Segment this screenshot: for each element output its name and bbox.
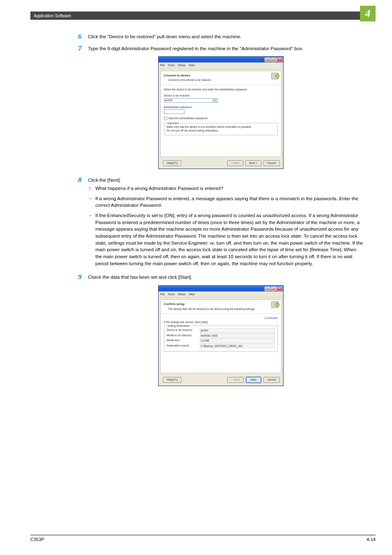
step-7-text: Type the 8-digit Administrator Password … [88, 45, 363, 53]
arrow-icon: → [88, 213, 92, 218]
button-bar: Help(F1) < Back Start Cancel [159, 374, 283, 386]
label-device: Device to be restored: [167, 328, 200, 333]
setting-info-legend: Setting information [167, 324, 191, 328]
step-9-number: 9 [78, 273, 88, 281]
dialog-connect: File Tools Setup Help Connect to device … [158, 56, 284, 169]
important-box: Important Make sure that the device is i… [164, 123, 278, 136]
label-source: Restoration source: [167, 344, 200, 348]
menu-file[interactable]: File [160, 64, 165, 67]
value-media: NVRAM, HDD [200, 333, 275, 338]
footer-right: 4-14 [367, 537, 376, 542]
row-media: Media to be restored: NVRAM, HDD [167, 333, 275, 338]
titlebar [159, 57, 283, 62]
password-input[interactable] [164, 109, 184, 114]
pw-label: Administrator password: [164, 105, 278, 109]
step-6-text: Click the "Device to be restored" pull-d… [88, 33, 363, 41]
back-button[interactable]: < Back [227, 160, 244, 166]
help-button[interactable]: Help(F1) [163, 160, 182, 166]
dialog-subtitle: Connect to the device to be restored. [168, 78, 278, 82]
menubar: File Tools Setup Help [159, 62, 283, 69]
step-8-sublist: ? What happens if a wrong Administrator … [88, 185, 363, 267]
dialog-confirm: File Tools Setup Help Confirm setup The … [158, 285, 284, 386]
step-8-number: 8 [78, 176, 88, 269]
menu-setup[interactable]: Setup [178, 64, 185, 67]
step-8-answer1: → If a wrong Administrator Password is e… [88, 195, 363, 209]
save-pw-row: Save the administrator password. [164, 116, 278, 120]
step-8: 8 Click the [Next]. ? What happens if a … [78, 176, 363, 269]
step-8-question: ? What happens if a wrong Administrator … [88, 185, 363, 193]
important-legend: Important [167, 121, 180, 125]
step-8-q-text: What happens if a wrong Administrator Pa… [95, 185, 223, 193]
chevron-down-icon[interactable]: ▼ [213, 99, 217, 102]
step-8-a1-text: If a wrong Administrator Password is ent… [95, 195, 363, 209]
header-bar: Application Software [30, 12, 376, 20]
dialog-body: Confirm setup The backup files will be r… [160, 299, 281, 373]
row-device: Device to be restored: printer [167, 328, 275, 333]
save-pw-checkbox[interactable] [164, 117, 167, 120]
minimize-icon[interactable] [265, 58, 270, 62]
minimize-icon[interactable] [265, 287, 270, 291]
back-button[interactable]: < Back [227, 377, 244, 383]
cancel-button[interactable]: Cancel [263, 160, 280, 166]
dialog-title: Confirm setup [164, 302, 278, 307]
menu-file[interactable]: File [160, 293, 165, 296]
value-size: 2.0 MB [200, 338, 275, 343]
instruction: If the settings are correct, click [Star… [164, 320, 278, 324]
step-9-text: Check the data that has been set and cli… [88, 273, 363, 281]
value-source: C:\Backup_20070529_105031_001 [200, 344, 275, 348]
close-icon[interactable] [277, 58, 283, 62]
menu-help[interactable]: Help [189, 64, 194, 67]
important-line2: Do not turn off the device during restor… [167, 129, 275, 132]
menubar: File Tools Setup Help [159, 291, 283, 298]
label-size: Media size: [167, 338, 200, 343]
printer-icon [271, 301, 279, 308]
step-9: 9 Check the data that has been set and c… [78, 273, 363, 281]
step-7-number: 7 [78, 45, 88, 53]
dialog-subtitle: The backup files will be restored to the… [168, 307, 278, 311]
step-8-a2-text: If the EnhancedSecurity is set to [ON], … [95, 212, 363, 267]
step-6: 6 Click the "Device to be restored" pull… [78, 33, 363, 41]
important-line1: Make sure that the device is in a condit… [167, 125, 275, 129]
button-bar: Help(F1) < Back Next > Cancel [159, 158, 283, 169]
dialog-connect-wrap: File Tools Setup Help Connect to device … [78, 56, 363, 169]
setting-info-box: Setting information Device to be restore… [164, 326, 278, 352]
start-button[interactable]: Start [246, 377, 261, 383]
cancel-button[interactable]: Cancel [263, 377, 280, 383]
step-6-number: 6 [78, 33, 88, 41]
chapter-tab: 4 [360, 6, 376, 21]
printer-icon [271, 73, 279, 79]
menu-tools[interactable]: Tools [168, 64, 175, 67]
save-pw-label: Save the administrator password. [168, 117, 208, 120]
device-value: printer [165, 98, 173, 102]
help-button[interactable]: Help(F1) [163, 377, 182, 383]
instruction: Select the device to be restored, and en… [164, 88, 278, 91]
maximize-icon[interactable] [271, 287, 277, 291]
question-icon: ? [88, 186, 92, 192]
step-8-text: Click the [Next]. [88, 177, 363, 184]
menu-setup[interactable]: Setup [178, 293, 185, 296]
dialog-confirm-wrap: File Tools Setup Help Confirm setup The … [78, 285, 363, 386]
chapter-number: 4 [365, 7, 371, 20]
step-8-answer2: → If the EnhancedSecurity is set to [ON]… [88, 212, 363, 267]
step-7: 7 Type the 8-digit Administrator Passwor… [78, 45, 363, 53]
device-label: Device to be restored: [164, 94, 278, 97]
footer: C353P 4-14 [30, 535, 376, 542]
next-button[interactable]: Next > [245, 160, 261, 166]
content-area: 6 Click the "Device to be restored" pull… [78, 33, 363, 393]
footer-left: C353P [30, 537, 44, 542]
menu-tools[interactable]: Tools [168, 293, 175, 296]
dialog-body: Connect to device Connect to the device … [160, 71, 281, 157]
row-size: Media size: 2.0 MB [167, 338, 275, 343]
maximize-icon[interactable] [271, 58, 277, 62]
row-source: Restoration source: C:\Backup_20070529_1… [167, 344, 275, 348]
connected-status: Connected [164, 316, 278, 320]
step-8-body: Click the [Next]. ? What happens if a wr… [88, 176, 363, 269]
menu-help[interactable]: Help [189, 293, 194, 296]
dialog-title: Connect to device [164, 74, 278, 78]
label-media: Media to be restored: [167, 333, 200, 338]
header-section: Application Software [34, 14, 71, 18]
close-icon[interactable] [277, 287, 283, 291]
arrow-icon: → [88, 196, 92, 201]
device-combo[interactable]: printer ▼ [164, 98, 217, 103]
value-device: printer [200, 328, 275, 333]
